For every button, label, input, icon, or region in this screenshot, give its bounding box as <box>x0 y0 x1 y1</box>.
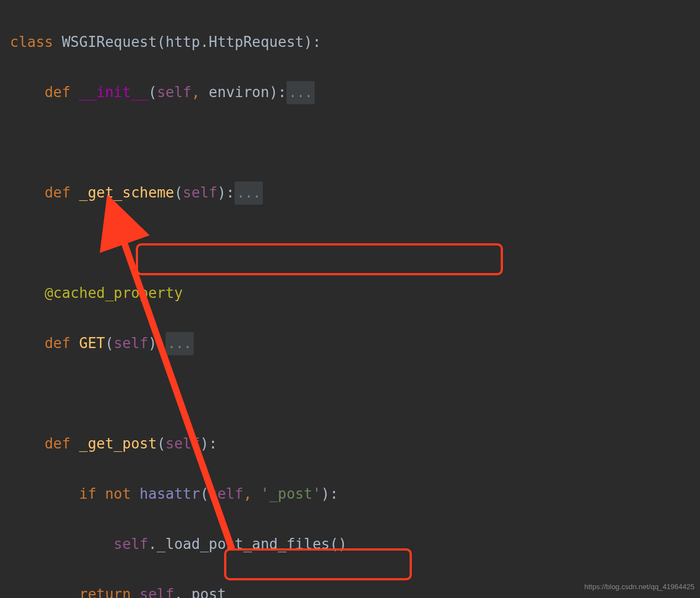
blank-line <box>10 381 700 407</box>
fold-marker[interactable]: ... <box>166 332 194 355</box>
keyword-class: class <box>10 34 53 50</box>
code-line: @cached_property <box>10 281 700 306</box>
code-line: self._load_post_and_files() <box>10 532 700 557</box>
code-line: def __init__(self, environ):... <box>10 80 700 105</box>
code-line: class WSGIRequest(http.HttpRequest): <box>10 30 700 55</box>
dunder-method: __init__ <box>79 84 148 100</box>
blank-line <box>10 231 700 256</box>
code-line: def GET(self):... <box>10 331 700 356</box>
watermark: https://blog.csdn.net/qq_41964425 <box>585 581 695 594</box>
code-line: def _get_post(self): <box>10 431 700 457</box>
fold-marker[interactable]: ... <box>235 181 263 205</box>
code-line: if not hasattr(self, '_post'): <box>10 482 700 507</box>
fold-marker[interactable]: ... <box>287 81 315 104</box>
decorator: @cached_property <box>45 285 183 301</box>
class-name: WSGIRequest <box>62 34 157 50</box>
code-line: def _get_scheme(self):... <box>10 180 700 206</box>
code-editor[interactable]: class WSGIRequest(http.HttpRequest): def… <box>0 0 700 598</box>
blank-line <box>10 130 700 156</box>
